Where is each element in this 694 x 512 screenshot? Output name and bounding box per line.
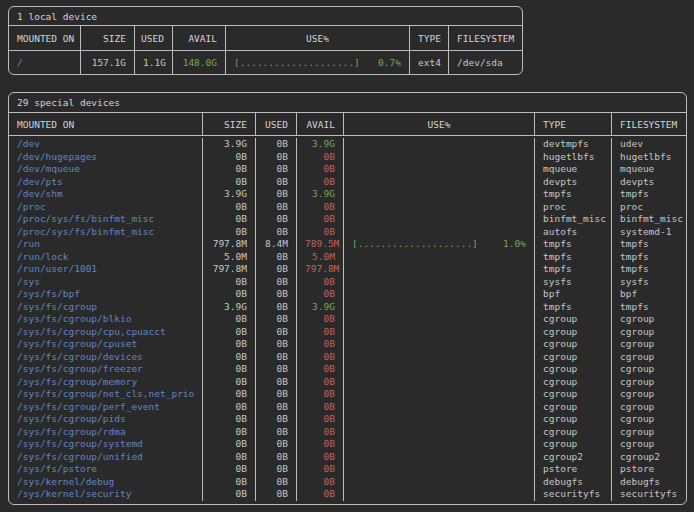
size-cell: 0B [202, 176, 255, 189]
table-row: /run/lock5.0M0B5.0Mtmpfstmpfs [9, 251, 686, 264]
table-row: /sys0B0B0Bsysfssysfs [9, 276, 686, 289]
filesystem-cell: cgroup [611, 438, 686, 451]
mounted-on-cell: /dev/mqueue [9, 163, 202, 176]
usage-percent: 1.0% [503, 238, 526, 251]
column-header: MOUNTED ON [9, 26, 80, 50]
used-cell: 0B [255, 263, 296, 276]
filesystem-cell: cgroup [611, 313, 686, 326]
filesystem-cell: cgroup [611, 413, 686, 426]
filesystem-cell: cgroup [611, 326, 686, 339]
size-cell: 3.9G [202, 138, 255, 151]
filesystem-cell: cgroup [611, 338, 686, 351]
size-cell: 157.1G [80, 51, 134, 74]
column-header: TYPE [409, 26, 448, 50]
type-cell: cgroup2 [534, 451, 611, 464]
size-cell: 5.0M [202, 251, 255, 264]
mounted-on-cell: /sys/kernel/debug [9, 476, 202, 489]
avail-cell: 3.9G [296, 138, 343, 151]
size-cell: 0B [202, 426, 255, 439]
filesystem-cell: proc [611, 201, 686, 214]
filesystem-cell: tmpfs [611, 301, 686, 314]
size-cell: 0B [202, 163, 255, 176]
avail-cell: 797.8M [296, 263, 343, 276]
used-cell: 0B [255, 301, 296, 314]
column-header: FILESYSTEM [611, 113, 686, 135]
use-percent-cell [343, 338, 534, 351]
avail-cell: 3.9G [296, 301, 343, 314]
filesystem-cell: tmpfs [611, 238, 686, 251]
size-cell: 0B [202, 451, 255, 464]
used-cell: 0B [255, 313, 296, 326]
size-cell: 0B [202, 488, 255, 501]
used-cell: 0B [255, 288, 296, 301]
column-header: SIZE [202, 113, 255, 135]
filesystem-cell: hugetlbfs [611, 151, 686, 164]
use-percent-cell [343, 438, 534, 451]
type-cell: cgroup [534, 326, 611, 339]
table-row: /sys/fs/cgroup/systemd0B0B0Bcgroupcgroup [9, 438, 686, 451]
use-percent-cell [343, 301, 534, 314]
size-cell: 3.9G [202, 301, 255, 314]
mounted-on-cell: /sys/kernel/security [9, 488, 202, 501]
mounted-on-cell: /proc/sys/fs/binfmt_misc [9, 226, 202, 239]
size-cell: 0B [202, 288, 255, 301]
mounted-on-cell: /run/user/1001 [9, 263, 202, 276]
type-cell: cgroup [534, 401, 611, 414]
column-header: SIZE [80, 26, 134, 50]
avail-cell: 0B [296, 213, 343, 226]
filesystem-cell: cgroup [611, 401, 686, 414]
table-row: /sys/fs/cgroup/cpu,cpuacct0B0B0Bcgroupcg… [9, 326, 686, 339]
used-cell: 0B [255, 413, 296, 426]
mounted-on-cell: /sys/fs/cgroup [9, 301, 202, 314]
mounted-on-cell: /sys/fs/cgroup/perf_event [9, 401, 202, 414]
type-cell: cgroup [534, 438, 611, 451]
table-row: /sys/fs/cgroup3.9G0B3.9Gtmpfstmpfs [9, 301, 686, 314]
use-percent-cell [343, 163, 534, 176]
used-cell: 8.4M [255, 238, 296, 251]
mounted-on-cell: /dev/hugepages [9, 151, 202, 164]
type-cell: cgroup [534, 413, 611, 426]
filesystem-cell: debugfs [611, 476, 686, 489]
size-cell: 0B [202, 226, 255, 239]
size-cell: 0B [202, 326, 255, 339]
filesystem-cell: sysfs [611, 276, 686, 289]
type-cell: pstore [534, 463, 611, 476]
avail-cell: 0B [296, 226, 343, 239]
filesystem-cell: cgroup2 [611, 451, 686, 464]
table-row: /sys/fs/cgroup/cpuset0B0B0Bcgroupcgroup [9, 338, 686, 351]
size-cell: 0B [202, 376, 255, 389]
mounted-on-cell: /sys/fs/cgroup/memory [9, 376, 202, 389]
table-row: /run/user/1001797.8M0B797.8Mtmpfstmpfs [9, 263, 686, 276]
use-percent-cell [343, 288, 534, 301]
mounted-on-cell: /sys/fs/cgroup/cpu,cpuacct [9, 326, 202, 339]
special-devices-header-row: MOUNTED ONSIZEUSEDAVAILUSE%TYPEFILESYSTE… [9, 113, 686, 136]
usage-bar: [....................] [234, 51, 360, 74]
used-cell: 0B [255, 201, 296, 214]
type-cell: cgroup [534, 376, 611, 389]
use-percent-cell [343, 463, 534, 476]
type-cell: proc [534, 201, 611, 214]
filesystem-cell: udev [611, 138, 686, 151]
table-row: /run797.8M8.4M789.5M[...................… [9, 238, 686, 251]
filesystem-cell: mqueue [611, 163, 686, 176]
used-cell: 0B [255, 226, 296, 239]
size-cell: 0B [202, 151, 255, 164]
size-cell: 0B [202, 338, 255, 351]
avail-cell: 0B [296, 151, 343, 164]
table-row: /sys/fs/cgroup/blkio0B0B0Bcgroupcgroup [9, 313, 686, 326]
type-cell: cgroup [534, 338, 611, 351]
size-cell: 0B [202, 351, 255, 364]
avail-cell: 0B [296, 413, 343, 426]
avail-cell: 0B [296, 176, 343, 189]
local-devices-table-title: 1 local device [9, 7, 522, 26]
size-cell: 0B [202, 413, 255, 426]
type-cell: tmpfs [534, 263, 611, 276]
type-cell: autofs [534, 226, 611, 239]
use-percent-cell [343, 351, 534, 364]
column-header: USE% [225, 26, 409, 50]
use-percent-cell [343, 138, 534, 151]
mounted-on-cell: /run [9, 238, 202, 251]
type-cell: cgroup [534, 426, 611, 439]
table-row: /sys/fs/bpf0B0B0Bbpfbpf [9, 288, 686, 301]
avail-cell: 148.0G [172, 51, 225, 74]
